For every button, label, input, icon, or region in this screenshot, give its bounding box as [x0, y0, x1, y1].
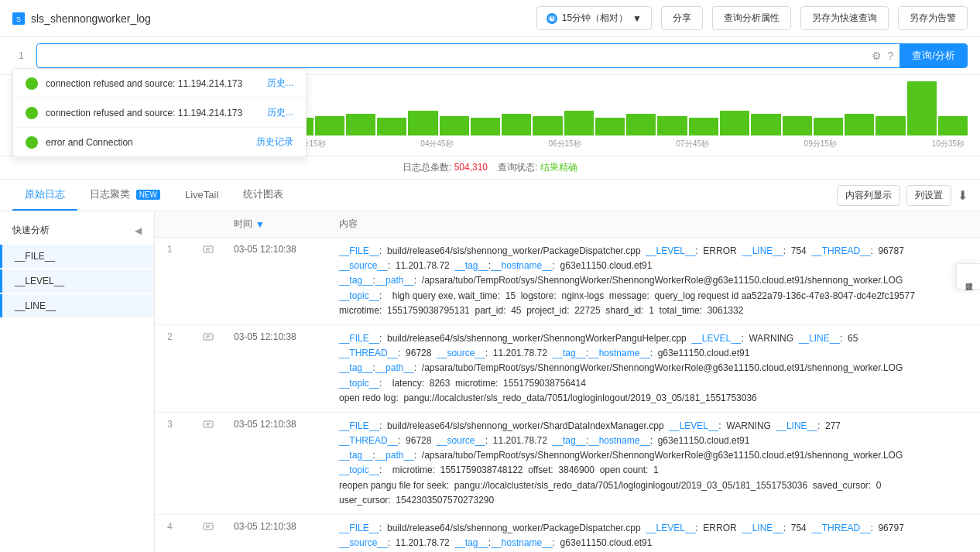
chart-bar [689, 118, 718, 135]
chart-bar [564, 111, 594, 135]
stats-bar: 日志总条数: 504,310 查询状态: 结果精确 [0, 156, 980, 180]
feedback-button[interactable]: 建议反馈 [960, 270, 977, 283]
query-analysis-button[interactable]: 查询/分析 [899, 44, 968, 67]
svg-rect-8 [204, 246, 213, 252]
row-expand-icon[interactable] [203, 521, 221, 534]
sidebar-item-label: __LEVEL__ [15, 276, 64, 286]
sidebar: 快速分析 ◀ __FILE__ __LEVEL__ __LINE__ [0, 211, 155, 552]
history-tag[interactable]: 历史... [267, 77, 293, 90]
download-icon[interactable]: ⬇ [958, 188, 968, 203]
row-content: __FILE__: build/release64/sls/shennong_w… [339, 521, 968, 552]
query-attr-button[interactable]: 查询分析属性 [712, 6, 791, 30]
svg-rect-14 [204, 421, 213, 427]
row-num: 2 [167, 331, 190, 342]
sort-icon[interactable]: ▼ [255, 219, 265, 230]
chart-x-label: 06分15秒 [548, 139, 581, 149]
chart-bar [814, 118, 843, 135]
app-title: sls_shennongworker_log [31, 12, 151, 25]
chart-bar [751, 114, 780, 135]
col-header-content: 内容 [339, 218, 968, 231]
row-expand-icon[interactable] [203, 331, 221, 345]
history-tag[interactable]: 历史... [267, 106, 293, 119]
row-content: __FILE__: build/release64/sls/shennong_w… [339, 331, 968, 406]
row-time: 03-05 12:10:38 [234, 419, 327, 430]
sidebar-item-level[interactable]: __LEVEL__ [0, 269, 154, 293]
tab-log-cluster[interactable]: 日志聚类 NEW [77, 180, 173, 211]
app-logo: S sls_shennongworker_log [12, 12, 151, 25]
search-icons: ⚙ ? [872, 50, 894, 62]
help-icon[interactable]: ? [888, 50, 894, 62]
line-number: 1 [12, 50, 30, 61]
svg-rect-17 [204, 523, 213, 530]
row-expand-icon[interactable] [203, 244, 221, 257]
chart-bar [346, 114, 375, 135]
dropdown-item[interactable]: error and Connection 历史记录 [13, 128, 306, 156]
sidebar-item-line[interactable]: __LINE__ [0, 294, 154, 317]
save-quick-button[interactable]: 另存为快速查询 [800, 6, 889, 30]
main-content: 快速分析 ◀ __FILE__ __LEVEL__ __LINE__ 时间 ▼ … [0, 211, 980, 552]
table-row: 1 03-05 12:10:38 __FILE__: build/release… [155, 238, 980, 325]
stats-query-status-label: 查询状态: [498, 162, 537, 173]
chart-bar [783, 116, 812, 135]
history-tag[interactable]: 历史记录 [256, 135, 293, 149]
save-alert-button[interactable]: 另存为告警 [898, 6, 968, 30]
chart-x-label: 07分45秒 [677, 139, 709, 149]
sidebar-title: 快速分析 [12, 224, 50, 237]
content-display-button[interactable]: 内容列显示 [837, 185, 900, 206]
chart-x-label: 09分15秒 [804, 139, 837, 149]
history-icon [26, 136, 38, 149]
settings-icon[interactable]: ⚙ [872, 50, 882, 62]
search-input[interactable] [43, 50, 872, 62]
new-badge: NEW [136, 190, 160, 200]
history-icon [26, 77, 38, 90]
search-input-wrap: ⚙ ? 查询/分析 [36, 43, 968, 68]
time-range-label: 15分钟（相对） [562, 12, 628, 25]
row-content: __FILE__: build/release64/sls/shennong_w… [339, 419, 968, 508]
chart-bar [907, 81, 937, 135]
log-table: 时间 ▼ 内容 1 03-05 12:10:38 __FILE__: build… [155, 211, 980, 552]
table-row: 4 03-05 12:10:38 __FILE__: build/release… [155, 515, 980, 552]
chart-bar [377, 118, 406, 135]
dropdown-item-text: error and Connection [46, 137, 248, 148]
time-range-button[interactable]: 15分钟（相对） ▼ [536, 6, 652, 30]
chart-bar [471, 118, 500, 135]
sidebar-header: 快速分析 ◀ [0, 218, 154, 243]
chart-bar [720, 111, 749, 135]
logo-icon: S [12, 12, 25, 25]
chevron-down-icon: ▼ [632, 13, 642, 24]
tab-stats[interactable]: 统计图表 [231, 180, 296, 211]
row-time: 03-05 12:10:38 [234, 244, 327, 255]
row-num: 4 [167, 521, 190, 532]
tab-livetail[interactable]: LiveTail [173, 181, 231, 210]
app-header: S sls_shennongworker_log 15分钟（相对） ▼ 分享 查… [0, 0, 980, 37]
table-row: 3 03-05 12:10:38 __FILE__: build/release… [155, 413, 980, 515]
sidebar-item-label: __LINE__ [15, 300, 56, 311]
dropdown-item[interactable]: connection refused and source: 11.194.21… [13, 98, 306, 128]
table-row: 2 03-05 12:10:38 __FILE__: build/release… [155, 325, 980, 413]
row-content: __FILE__: build/release64/sls/shennong_w… [339, 244, 968, 318]
tabs-bar: 原始日志 日志聚类 NEW LiveTail 统计图表 内容列显示 列设置 ⬇ [0, 180, 980, 211]
sidebar-collapse-icon[interactable]: ◀ [135, 225, 142, 236]
row-time: 03-05 12:10:38 [234, 521, 327, 532]
svg-point-5 [29, 81, 35, 87]
dropdown-item-text: connection refused and source: 11.194.21… [46, 78, 259, 89]
chart-bar [315, 116, 344, 135]
col-header-time: 时间 ▼ [234, 218, 327, 231]
search-area: 1 ⚙ ? 查询/分析 connection refused and sourc… [0, 37, 980, 75]
clock-icon [547, 13, 557, 24]
sidebar-item-file[interactable]: __FILE__ [0, 245, 154, 268]
stats-total-label: 日志总条数: [403, 162, 451, 173]
chart-bar [440, 116, 469, 135]
row-time: 03-05 12:10:38 [234, 331, 327, 342]
col-settings-button[interactable]: 列设置 [906, 185, 951, 206]
chart-bar [533, 116, 562, 135]
row-num: 1 [167, 244, 190, 255]
dropdown-item[interactable]: connection refused and source: 11.194.21… [13, 69, 306, 98]
share-button[interactable]: 分享 [661, 6, 703, 30]
tab-raw-log[interactable]: 原始日志 [12, 180, 77, 211]
history-icon [26, 107, 38, 119]
svg-point-6 [29, 110, 35, 116]
chart-bar [657, 116, 687, 135]
row-expand-icon[interactable] [203, 419, 221, 432]
dropdown-item-text: connection refused and source: 11.194.21… [46, 108, 259, 118]
